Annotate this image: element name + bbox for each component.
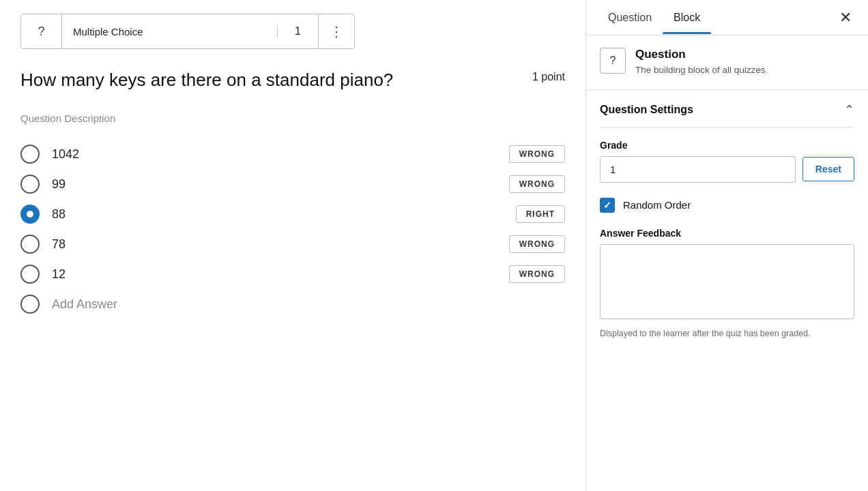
reset-button[interactable]: Reset <box>802 157 854 181</box>
answer-text-12: 12 <box>52 267 495 282</box>
tab-question[interactable]: Question <box>597 2 663 33</box>
answer-item-88: 88 RIGHT <box>20 205 565 224</box>
block-title: Question <box>635 48 768 61</box>
random-order-row: Random Order <box>600 198 854 213</box>
add-answer-row[interactable]: Add Answer <box>20 295 565 314</box>
answer-text-99: 99 <box>52 177 495 192</box>
feedback-hint: Displayed to the learner after the quiz … <box>600 327 854 340</box>
sidebar: Question Block ✕ ? Question The building… <box>585 0 868 491</box>
add-answer-circle <box>20 295 40 314</box>
block-type-icon: ? <box>600 48 626 74</box>
question-settings-title: Question Settings <box>600 104 693 116</box>
answer-text-1042: 1042 <box>52 147 495 162</box>
radio-78[interactable] <box>20 235 40 254</box>
tab-block[interactable]: Block <box>663 2 711 33</box>
answer-item-99: 99 WRONG <box>20 175 565 194</box>
more-options-button[interactable]: ⋮ <box>319 14 354 49</box>
answer-list: 1042 WRONG 99 WRONG 88 RIGHT 78 WRONG 12… <box>20 145 565 284</box>
sidebar-tabs: Question Block ✕ <box>586 0 868 35</box>
question-number: 1 <box>278 14 319 49</box>
question-toolbar: ? Multiple Choice 1 ⋮ <box>20 14 355 49</box>
answer-badge-1042: WRONG <box>509 145 565 163</box>
block-description: The building block of all quizzes. <box>635 64 768 77</box>
answer-text-78: 78 <box>52 237 495 252</box>
answer-badge-88: RIGHT <box>516 205 565 223</box>
grade-field-group: Grade Reset <box>600 140 854 183</box>
radio-99[interactable] <box>20 175 40 194</box>
main-panel: ? Multiple Choice 1 ⋮ How many keys are … <box>0 0 585 491</box>
answer-badge-78: WRONG <box>509 235 565 253</box>
question-points: 1 point <box>532 71 565 83</box>
answer-item-1042: 1042 WRONG <box>20 145 565 164</box>
add-answer-label: Add Answer <box>52 297 117 312</box>
question-title: How many keys are there on a standard pi… <box>20 68 393 92</box>
chevron-up-icon: ⌃ <box>844 102 854 117</box>
answer-badge-99: WRONG <box>509 175 565 193</box>
question-type-icon: ? <box>21 14 62 49</box>
radio-1042[interactable] <box>20 145 40 164</box>
answer-feedback-textarea[interactable] <box>600 244 854 319</box>
block-details: Question The building block of all quizz… <box>635 48 768 77</box>
grade-input[interactable] <box>600 156 796 183</box>
question-title-row: How many keys are there on a standard pi… <box>20 68 565 92</box>
block-info: ? Question The building block of all qui… <box>586 35 868 90</box>
radio-88[interactable] <box>20 205 40 224</box>
answer-text-88: 88 <box>52 207 502 222</box>
question-settings-section: Question Settings ⌃ Grade Reset Random O… <box>586 90 868 340</box>
answer-item-12: 12 WRONG <box>20 265 565 284</box>
grade-row: Reset <box>600 156 854 183</box>
answer-badge-12: WRONG <box>509 265 565 283</box>
question-settings-header[interactable]: Question Settings ⌃ <box>600 90 854 128</box>
grade-label: Grade <box>600 140 854 151</box>
random-order-label: Random Order <box>623 199 691 211</box>
question-description: Question Description <box>20 113 565 124</box>
answer-item-78: 78 WRONG <box>20 235 565 254</box>
close-button[interactable]: ✕ <box>834 6 857 29</box>
question-type-label: Multiple Choice <box>62 26 278 38</box>
radio-12[interactable] <box>20 265 40 284</box>
answer-feedback-label: Answer Feedback <box>600 228 854 239</box>
random-order-checkbox[interactable] <box>600 198 615 213</box>
